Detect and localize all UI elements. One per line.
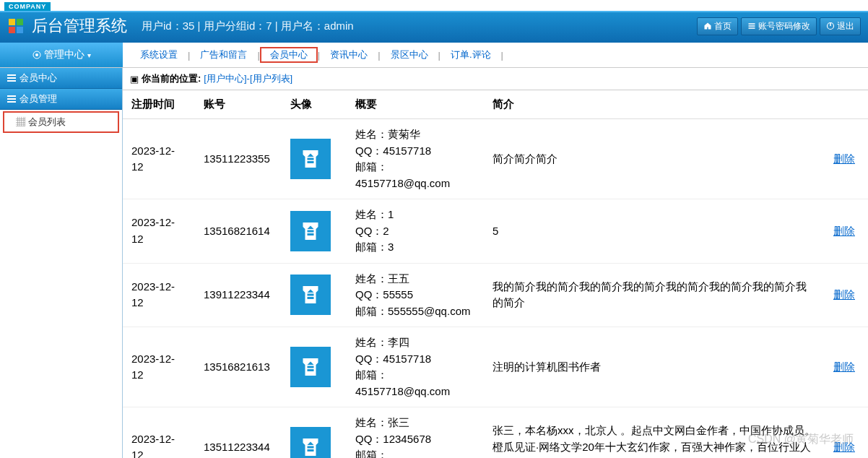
svg-point-10	[35, 53, 38, 56]
svg-rect-15	[7, 98, 16, 100]
cell-intro: 张三，本名杨xxx，北京人 。起点中文网白金作者，中国作协成员。橙瓜见证·网络文…	[484, 407, 825, 459]
cell-avatar	[282, 263, 347, 327]
nav-item-members[interactable]: 会员中心	[260, 47, 318, 63]
avatar-icon	[290, 139, 331, 179]
cell-account: 13516821613	[195, 327, 282, 407]
delete-link[interactable]: 删除	[833, 225, 855, 237]
home-button-label: 首页	[714, 20, 732, 33]
sidebar-section-label: 会员中心	[19, 72, 57, 85]
cell-summary: 姓名：王五 QQ：55555 邮箱：555555@qq.com	[347, 263, 484, 327]
table-row: 2023-12-12 13511223355 姓名：黄菊华 QQ：4515771…	[123, 119, 868, 199]
avatar-icon	[290, 275, 331, 315]
nav-left-panel: 管理中心 ▾	[0, 43, 123, 67]
cell-action: 删除	[825, 327, 868, 407]
nav-item-ads[interactable]: 广告和留言	[190, 47, 257, 63]
nav-bar: 管理中心 ▾ 系统设置| 广告和留言| 会员中心| 资讯中心| 景区中心| 订单…	[0, 43, 868, 68]
svg-rect-14	[7, 95, 16, 97]
cell-action: 删除	[825, 119, 868, 199]
list-icon	[747, 22, 756, 30]
sidebar-item-label: 会员列表	[28, 116, 66, 127]
table-row: 2023-12-12 13516821614 姓名：1 QQ：2 邮箱：3 5 …	[123, 199, 868, 264]
cell-intro: 注明的计算机图书作者	[484, 327, 825, 407]
cell-regtime: 2023-12-12	[123, 119, 195, 199]
cell-intro: 我的简介我的简介我的简介我的简介我的简介我的简介我的简介我的简介	[484, 263, 825, 327]
svg-rect-11	[7, 74, 16, 76]
app-title: 后台管理系统	[32, 15, 127, 37]
user-table: 注册时间 账号 头像 概要 简介 2023-12-12 13511223355 …	[123, 90, 868, 458]
svg-rect-0	[9, 19, 15, 25]
user-info: 用户id：35 | 用户分组id：7 | 用户名：admin	[142, 20, 354, 33]
bars-icon	[7, 74, 16, 82]
svg-rect-4	[749, 23, 755, 25]
svg-rect-6	[749, 27, 755, 29]
table-row: 2023-12-12 13911223344 姓名：王五 QQ：55555 邮箱…	[123, 263, 868, 327]
sidebar-section-members[interactable]: 会员中心	[0, 68, 122, 89]
svg-rect-12	[7, 77, 16, 79]
password-button[interactable]: 账号密码修改	[741, 17, 817, 35]
sidebar-section-manage[interactable]: 会员管理	[0, 89, 122, 110]
svg-rect-1	[17, 19, 23, 25]
bars-icon	[7, 95, 16, 103]
avatar-icon	[290, 347, 331, 387]
cell-action: 删除	[825, 199, 868, 264]
col-intro: 简介	[484, 90, 825, 119]
cell-summary: 姓名：黄菊华 QQ：45157718 邮箱：45157718@qq.com	[347, 119, 484, 199]
delete-link[interactable]: 删除	[833, 152, 855, 165]
cell-intro: 5	[484, 199, 825, 264]
home-button[interactable]: 首页	[697, 17, 738, 35]
password-button-label: 账号密码修改	[758, 20, 810, 33]
nav-item-system[interactable]: 系统设置	[130, 47, 188, 63]
cell-summary: 姓名：1 QQ：2 邮箱：3	[347, 199, 484, 264]
delete-link[interactable]: 删除	[833, 441, 855, 453]
logout-button[interactable]: 退出	[820, 17, 861, 35]
sidebar-section-label: 会员管理	[19, 92, 57, 105]
svg-rect-3	[17, 27, 23, 33]
home-icon	[703, 22, 712, 30]
breadcrumb-label: 你当前的位置:	[142, 72, 201, 85]
col-avatar: 头像	[282, 90, 347, 119]
svg-rect-2	[9, 27, 15, 33]
logout-button-label: 退出	[837, 20, 854, 33]
cell-account: 13511223344	[195, 407, 282, 459]
nav-item-news[interactable]: 资讯中心	[320, 47, 378, 63]
nav-left-label: 管理中心	[44, 48, 84, 61]
delete-link[interactable]: 删除	[833, 288, 855, 301]
gear-icon	[32, 51, 41, 59]
cell-regtime: 2023-12-12	[123, 327, 195, 407]
cell-intro: 简介简介简介	[484, 119, 825, 199]
sidebar-item-userlist[interactable]: ▦ 会员列表	[3, 111, 119, 133]
cell-account: 13516821614	[195, 199, 282, 264]
col-regtime: 注册时间	[123, 90, 195, 119]
col-action	[825, 90, 868, 119]
avatar-icon	[290, 211, 331, 251]
cell-action: 删除	[825, 407, 868, 459]
cell-avatar	[282, 327, 347, 407]
sidebar: 会员中心 会员管理 ▦ 会员列表	[0, 68, 123, 458]
avatar-icon	[290, 427, 331, 458]
logo-icon	[7, 17, 25, 35]
col-summary: 概要	[347, 90, 484, 119]
nav-menu: 系统设置| 广告和留言| 会员中心| 资讯中心| 景区中心| 订单.评论|	[123, 43, 868, 67]
breadcrumb: ▣ 你当前的位置: [用户中心]-[用户列表]	[123, 68, 868, 90]
cell-avatar	[282, 407, 347, 459]
svg-rect-5	[749, 25, 755, 27]
svg-rect-16	[7, 101, 16, 103]
delete-link[interactable]: 删除	[833, 360, 855, 373]
cell-avatar	[282, 199, 347, 264]
header-bar: 后台管理系统 用户id：35 | 用户分组id：7 | 用户名：admin 首页…	[0, 11, 868, 43]
svg-rect-8	[830, 23, 831, 27]
cell-regtime: 2023-12-12	[123, 263, 195, 327]
cell-avatar	[282, 119, 347, 199]
cell-regtime: 2023-12-12	[123, 407, 195, 459]
location-icon: ▣	[130, 74, 139, 85]
cell-summary: 姓名：李四 QQ：45157718 邮箱：45157718@qq.com	[347, 327, 484, 407]
nav-item-scenic[interactable]: 景区中心	[381, 47, 438, 63]
cell-summary: 姓名：张三 QQ：12345678 邮箱：12345678@qq.com	[347, 407, 484, 459]
breadcrumb-path: [用户中心]-[用户列表]	[204, 72, 292, 85]
nav-item-orders[interactable]: 订单.评论	[440, 47, 501, 63]
power-icon	[826, 22, 835, 30]
doc-icon: ▦	[16, 116, 28, 127]
svg-rect-13	[7, 80, 16, 82]
cell-regtime: 2023-12-12	[123, 199, 195, 264]
cell-account: 13911223344	[195, 263, 282, 327]
